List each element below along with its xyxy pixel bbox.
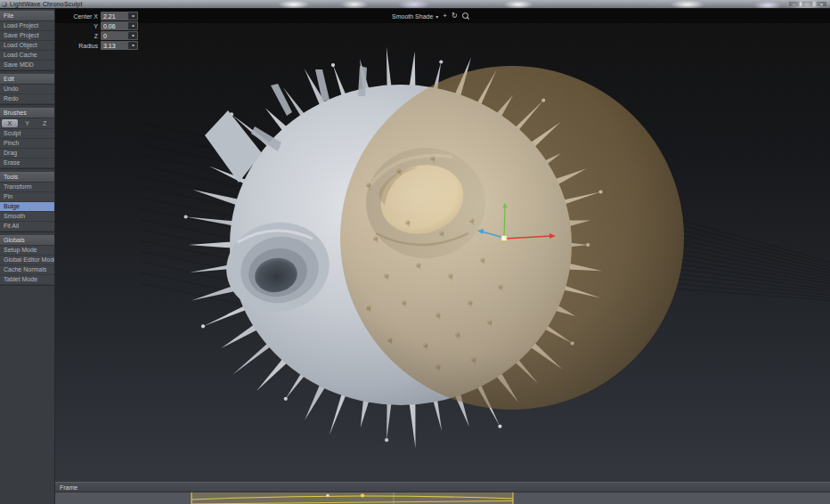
center-x-input[interactable] — [101, 12, 128, 20]
gizmo-center-handle — [501, 236, 507, 241]
brush-fields-panel: Center X ◂▸ Y ◂▸ Z ◂▸ Radius ◂▸ — [61, 12, 138, 51]
center-z-input[interactable] — [101, 31, 128, 40]
sidebar-item-sculpt[interactable]: Sculpt — [0, 129, 54, 139]
field-row-center-y: Y ◂▸ — [61, 21, 138, 30]
timeline-key-inactive[interactable] — [326, 494, 330, 498]
scene-3d — [55, 9, 830, 482]
section-header-brushes: Brushes — [0, 109, 54, 118]
stepper-icon[interactable]: ◂▸ — [128, 12, 137, 20]
sidebar-section-brushes: Brushes X Y Z Sculpt Pinch Drag Erase — [0, 108, 54, 169]
sidebar-item-setup-mode[interactable]: Setup Mode — [0, 246, 54, 256]
window-title: LightWave ChronoSculpt — [10, 1, 83, 7]
sidebar-item-smooth[interactable]: Smooth — [0, 212, 54, 222]
axis-button-y[interactable]: Y — [20, 119, 36, 127]
sidebar-item-redo[interactable]: Redo — [0, 94, 54, 104]
chevron-down-icon: ▾ — [435, 13, 438, 20]
viewport-canvas[interactable]: Center X ◂▸ Y ◂▸ Z ◂▸ Radius ◂▸ — [55, 9, 830, 482]
field-label: Y — [61, 23, 101, 29]
app-icon — [2, 2, 7, 7]
sidebar-item-erase[interactable]: Erase — [0, 159, 54, 168]
sidebar-section-tools: Tools Transform Pin Bulge Smooth Fit All — [0, 172, 54, 232]
viewport-controls: Smooth Shade ▾ + ↻ — [392, 11, 468, 21]
field-row-center-z: Z ◂▸ — [61, 31, 138, 40]
shade-mode-label: Smooth Shade — [392, 13, 433, 20]
stepper-icon[interactable]: ◂▸ — [128, 22, 137, 29]
radius-input[interactable] — [101, 41, 128, 50]
sidebar-item-bulge[interactable]: Bulge — [0, 202, 54, 212]
field-row-center-x: Center X ◂▸ — [61, 12, 138, 20]
section-header-edit: Edit — [0, 75, 54, 85]
section-header-tools: Tools — [0, 173, 54, 183]
frame-panel-header: Frame — [55, 482, 830, 492]
sidebar-item-cache-normals[interactable]: Cache Normals — [0, 265, 54, 275]
field-label: Center X — [61, 13, 101, 20]
shade-mode-dropdown[interactable]: Smooth Shade ▾ — [392, 13, 438, 20]
field-label: Radius — [61, 43, 101, 49]
sidebar-item-fit-all[interactable]: Fit All — [0, 222, 54, 232]
timeline-track[interactable] — [55, 492, 830, 504]
sidebar-section-file: File Load Project Save Project Load Obje… — [0, 11, 54, 71]
axis-button-z[interactable]: Z — [37, 119, 53, 127]
orbit-view-icon[interactable]: ↻ — [452, 12, 458, 20]
axis-button-row: X Y Z — [0, 118, 54, 129]
timeline-graph — [55, 492, 830, 504]
sidebar-section-edit: Edit Undo Redo — [0, 74, 54, 105]
maximize-button[interactable]: □ — [802, 1, 813, 7]
center-y-input[interactable] — [101, 21, 128, 30]
sidebar-section-globals: Globals Setup Mode Global Editor Mode Ca… — [0, 235, 54, 286]
sidebar-item-save-mdd[interactable]: Save MDD — [0, 61, 54, 70]
minimize-button[interactable]: – — [788, 1, 800, 7]
sidebar-item-drag[interactable]: Drag — [0, 149, 54, 159]
sidebar: File Load Project Save Project Load Obje… — [0, 9, 55, 504]
sidebar-item-save-project[interactable]: Save Project — [0, 31, 54, 41]
pan-view-icon[interactable]: + — [443, 12, 447, 20]
timeline-key-active[interactable] — [361, 493, 364, 497]
stepper-icon[interactable]: ◂▸ — [128, 42, 137, 49]
section-header-globals: Globals — [0, 236, 54, 246]
sidebar-item-tablet-mode[interactable]: Tablet Mode — [0, 275, 54, 285]
field-row-radius: Radius ◂▸ — [61, 41, 138, 50]
sidebar-item-pinch[interactable]: Pinch — [0, 139, 54, 149]
sidebar-item-load-project[interactable]: Load Project — [0, 21, 54, 31]
close-button[interactable]: × — [816, 1, 827, 7]
sidebar-item-undo[interactable]: Undo — [0, 85, 54, 94]
sidebar-item-load-cache[interactable]: Load Cache — [0, 51, 54, 61]
field-label: Z — [61, 33, 101, 39]
sidebar-item-transform[interactable]: Transform — [0, 183, 54, 192]
sidebar-item-global-editor-mode[interactable]: Global Editor Mode — [0, 256, 54, 265]
zoom-view-icon[interactable] — [462, 12, 468, 20]
axis-button-x[interactable]: X — [2, 119, 18, 127]
sidebar-item-load-object[interactable]: Load Object — [0, 41, 54, 51]
section-header-file: File — [0, 12, 54, 21]
frame-panel: Frame — [55, 482, 830, 504]
stepper-icon[interactable]: ◂▸ — [128, 32, 137, 39]
title-bar: LightWave ChronoSculpt – □ × — [0, 0, 830, 9]
chronosculpt-window: LightWave ChronoSculpt – □ × File Load P… — [0, 0, 830, 504]
sidebar-item-pin[interactable]: Pin — [0, 192, 54, 202]
